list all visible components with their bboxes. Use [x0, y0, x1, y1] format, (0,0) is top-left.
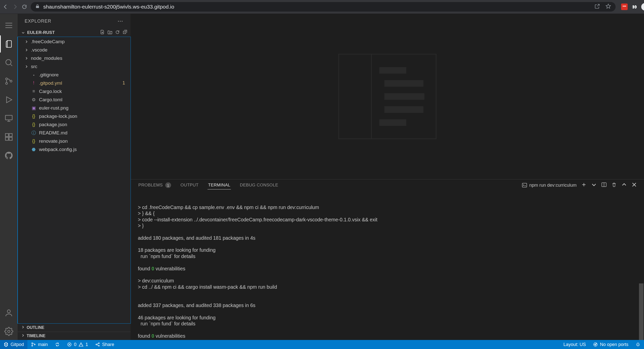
svg-point-0	[6, 60, 11, 65]
svg-point-15	[32, 345, 33, 346]
file-tree[interactable]: .freeCodeCamp.vscodenode_modulessrc⬩.git…	[17, 37, 131, 324]
address-bar[interactable]: shaunshamilton-eulerrust-s200j5wivls.ws-…	[31, 2, 616, 12]
refresh-explorer-icon[interactable]	[115, 30, 120, 36]
tree-item-label: .gitpod.yml	[39, 80, 62, 86]
bookmark-star-icon[interactable]	[606, 4, 611, 10]
sidebar-header: EXPLORER ⋯	[18, 14, 131, 28]
status-gitpod[interactable]: Gitpod	[0, 340, 27, 349]
activity-github-icon[interactable]	[0, 147, 18, 164]
share-page-icon[interactable]	[594, 4, 600, 10]
file-item[interactable]: ⚙Cargo.toml	[18, 95, 131, 104]
tree-item-label: package.json	[39, 122, 67, 127]
new-file-icon[interactable]	[100, 30, 105, 36]
status-branch[interactable]: main	[27, 340, 51, 349]
explorer-section-header[interactable]: EULER-RUST	[18, 28, 131, 37]
activity-accounts-icon[interactable]	[0, 304, 18, 321]
file-item[interactable]: ⬣webpack.config.js	[18, 145, 131, 154]
activity-settings-gear-icon[interactable]	[0, 323, 18, 340]
activity-run-debug-icon[interactable]	[0, 91, 18, 108]
file-item[interactable]: {}package.json	[18, 120, 131, 129]
file-item[interactable]: ⓘREADME.md	[18, 129, 131, 137]
status-notifications-icon[interactable]	[632, 340, 644, 349]
folder-item[interactable]: .vscode	[18, 46, 131, 54]
new-folder-icon[interactable]	[107, 30, 112, 36]
collapse-all-icon[interactable]	[123, 30, 128, 36]
tab-output[interactable]: OUTPUT	[180, 179, 199, 191]
status-sync[interactable]	[51, 340, 63, 349]
sidebar-more-icon[interactable]: ⋯	[117, 18, 124, 24]
activity-bar	[0, 14, 18, 340]
profile-avatar-light[interactable]	[641, 3, 644, 11]
tab-problems[interactable]: PROBLEMS 1	[138, 179, 172, 191]
nav-forward-button[interactable]	[12, 4, 18, 10]
extension-eyes-icon[interactable]: 👀	[631, 4, 638, 10]
outline-section-header[interactable]: OUTLINE	[18, 323, 131, 332]
activity-search-icon[interactable]	[0, 54, 18, 71]
maximize-panel-icon[interactable]	[621, 182, 627, 189]
sidebar-title: EXPLORER	[25, 19, 51, 24]
extension-strip: *** 👀 ⋮	[621, 3, 644, 11]
file-item[interactable]: {}package-lock.json	[18, 112, 131, 120]
problems-count-badge: 1	[165, 182, 171, 188]
tree-item-label: Cargo.lock	[39, 89, 62, 94]
file-item[interactable]: !.gitpod.yml1	[18, 79, 131, 87]
new-terminal-icon[interactable]	[581, 182, 587, 189]
tree-item-label: .freeCodeCamp	[31, 39, 65, 44]
folder-item[interactable]: .freeCodeCamp	[18, 37, 131, 46]
folder-item[interactable]: src	[18, 62, 131, 71]
activity-extensions-icon[interactable]	[0, 128, 18, 145]
svg-point-19	[98, 343, 99, 344]
svg-point-3	[10, 80, 12, 82]
tab-debug-console[interactable]: DEBUG CONSOLE	[239, 179, 279, 191]
folder-item[interactable]: node_modules	[18, 54, 131, 62]
modified-badge: 1	[123, 80, 125, 86]
panel-tabs: PROBLEMS 1 OUTPUT TERMINAL DEBUG CONSOLE…	[131, 179, 644, 191]
kill-terminal-icon[interactable]	[611, 182, 617, 189]
chevron-right-icon	[24, 48, 28, 52]
file-item[interactable]: ⬩.gitignore	[18, 71, 131, 79]
editor-empty-state	[131, 14, 644, 179]
svg-point-9	[7, 310, 10, 313]
svg-point-14	[32, 343, 33, 344]
timeline-label: TIMELINE	[27, 334, 46, 338]
nav-reload-button[interactable]	[22, 4, 27, 10]
file-item[interactable]: {}renovate.json	[18, 137, 131, 145]
activity-remote-explorer-icon[interactable]	[0, 110, 18, 127]
activity-source-control-icon[interactable]	[0, 73, 18, 90]
chevron-right-icon	[21, 325, 25, 330]
explorer-sidebar: EXPLORER ⋯ EULER-RUST .freeCodeCamp.vsco…	[18, 14, 131, 340]
file-item[interactable]: ▣euler-rust.png	[18, 104, 131, 112]
section-actions	[100, 30, 128, 36]
chevron-right-icon	[24, 40, 28, 43]
url-text: shaunshamilton-eulerrust-s200j5wivls.ws-…	[43, 4, 174, 10]
close-panel-icon[interactable]	[631, 182, 637, 189]
svg-rect-4	[6, 115, 12, 120]
split-terminal-icon[interactable]	[601, 182, 607, 189]
timeline-section-header[interactable]: TIMELINE	[18, 332, 131, 340]
terminal-output[interactable]: > cd .freeCodeCamp && cp sample.env .env…	[131, 191, 644, 340]
svg-point-2	[6, 82, 8, 84]
terminal-dropdown-icon[interactable]	[591, 182, 597, 189]
activity-menu-icon[interactable]	[0, 17, 18, 34]
tree-item-label: .gitignore	[39, 72, 59, 78]
activity-explorer-icon[interactable]	[0, 35, 18, 53]
file-item[interactable]: ≡Cargo.lock	[18, 87, 131, 95]
nav-back-button[interactable]	[3, 4, 9, 10]
tab-terminal[interactable]: TERMINAL	[208, 179, 231, 191]
status-problems[interactable]: 0 1	[63, 340, 92, 349]
status-share[interactable]: Share	[92, 340, 118, 349]
svg-rect-7	[6, 137, 9, 140]
file-type-icon: {}	[31, 114, 36, 119]
terminal-scrollbar[interactable]	[639, 191, 643, 340]
section-title: EULER-RUST	[27, 30, 55, 35]
file-type-icon: !	[31, 80, 36, 86]
terminal-task-label[interactable]: npm run dev:curriculum	[522, 182, 577, 188]
svg-point-1	[6, 78, 8, 80]
extension-lastpass-icon[interactable]: ***	[621, 4, 628, 10]
svg-rect-12	[522, 183, 527, 187]
status-layout[interactable]: Layout: US	[560, 340, 589, 349]
bottom-panel: PROBLEMS 1 OUTPUT TERMINAL DEBUG CONSOLE…	[131, 179, 644, 340]
status-ports[interactable]: No open ports	[589, 340, 632, 349]
file-type-icon: ⓘ	[31, 130, 36, 136]
svg-rect-6	[9, 134, 12, 137]
